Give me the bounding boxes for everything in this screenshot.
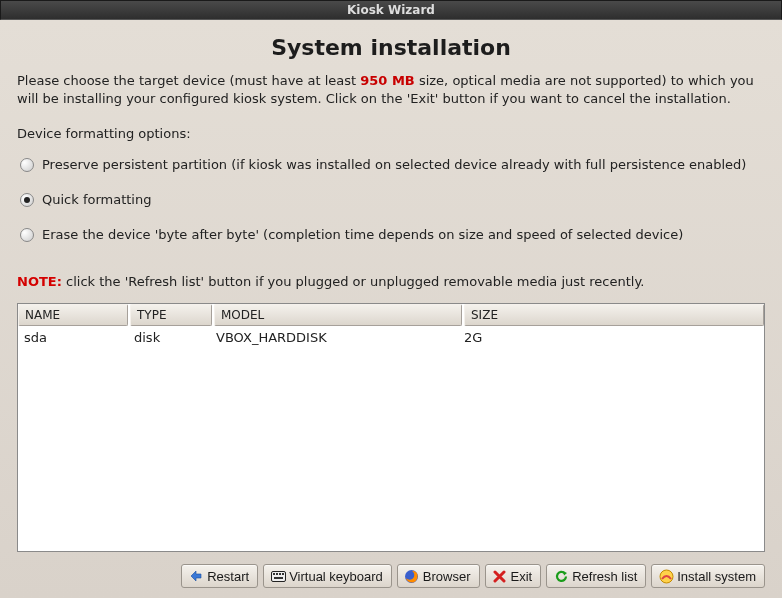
svg-rect-4 [279,573,281,575]
firefox-icon [404,568,420,584]
radio-erase-label: Erase the device 'byte after byte' (comp… [42,227,683,242]
install-label: Install system [677,569,756,584]
refresh-label: Refresh list [572,569,637,584]
back-arrow-icon [188,568,204,584]
install-button[interactable]: Install system [651,564,765,588]
exit-button[interactable]: Exit [485,564,542,588]
intro-size: 950 MB [360,73,415,88]
vkeyboard-label: Virtual keyboard [289,569,383,584]
note-prefix: NOTE: [17,274,62,289]
th-size[interactable]: SIZE [464,304,764,326]
svg-rect-3 [276,573,278,575]
table-header: NAME TYPE MODEL SIZE [18,304,764,326]
svg-rect-6 [274,577,283,579]
restart-label: Restart [207,569,249,584]
install-icon [658,568,674,584]
browser-label: Browser [423,569,471,584]
page-title: System installation [17,35,765,60]
toolbar: Restart Virtual keyboard Browser Exit Re… [17,564,765,588]
svg-rect-2 [273,573,275,575]
keyboard-icon [270,568,286,584]
th-name[interactable]: NAME [18,304,128,326]
radio-icon [20,158,34,172]
table-row[interactable]: sda disk VBOX_HARDDISK 2G [18,326,764,349]
close-icon [492,568,508,584]
window-body: System installation Please choose the ta… [0,20,782,598]
svg-rect-5 [282,573,284,575]
radio-icon [20,228,34,242]
refresh-button[interactable]: Refresh list [546,564,646,588]
radio-quick[interactable]: Quick formatting [20,192,765,207]
radio-icon [20,193,34,207]
virtual-keyboard-button[interactable]: Virtual keyboard [263,564,392,588]
svg-marker-8 [563,571,567,576]
cell-type: disk [128,328,210,347]
note-text: click the 'Refresh list' button if you p… [62,274,645,289]
svg-marker-0 [191,571,201,581]
restart-button[interactable]: Restart [181,564,258,588]
device-table: NAME TYPE MODEL SIZE sda disk VBOX_HARDD… [17,303,765,552]
cell-name: sda [18,328,128,347]
exit-label: Exit [511,569,533,584]
th-model[interactable]: MODEL [214,304,462,326]
th-type[interactable]: TYPE [130,304,212,326]
radio-preserve-label: Preserve persistent partition (if kiosk … [42,157,746,172]
refresh-icon [553,568,569,584]
table-body: sda disk VBOX_HARDDISK 2G [18,326,764,551]
browser-button[interactable]: Browser [397,564,480,588]
radio-quick-label: Quick formatting [42,192,151,207]
radio-erase[interactable]: Erase the device 'byte after byte' (comp… [20,227,765,242]
cell-size: 2G [458,328,764,347]
cell-model: VBOX_HARDDISK [210,328,458,347]
radio-preserve[interactable]: Preserve persistent partition (if kiosk … [20,157,765,172]
intro-before: Please choose the target device (must ha… [17,73,360,88]
window-titlebar: Kiosk Wizard [0,0,782,20]
formatting-options-label: Device formatting options: [17,126,765,141]
intro-text: Please choose the target device (must ha… [17,72,765,108]
note-line: NOTE: click the 'Refresh list' button if… [17,274,765,289]
